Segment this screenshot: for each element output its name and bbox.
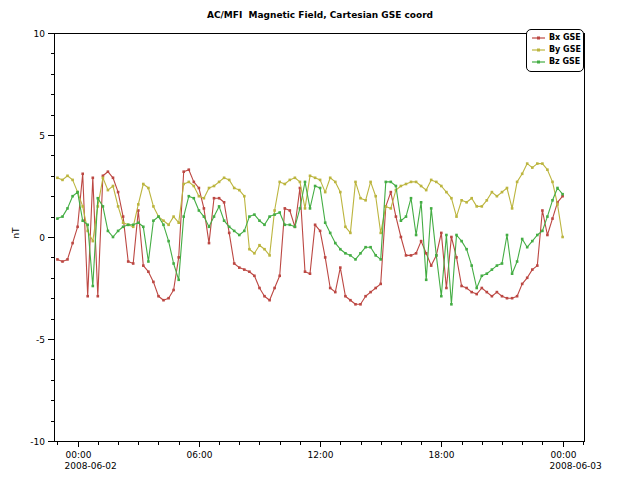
legend-label: Bz GSE bbox=[549, 56, 580, 68]
legend-swatch-line-icon bbox=[531, 34, 546, 42]
legend-item-by: By GSE bbox=[531, 44, 579, 56]
legend-label: Bx GSE bbox=[549, 32, 581, 44]
legend-swatch-line-icon bbox=[531, 58, 546, 66]
svg-text:00:00: 00:00 bbox=[66, 450, 92, 460]
svg-text:00:00: 00:00 bbox=[551, 450, 577, 460]
y-axis-label: nT bbox=[11, 227, 21, 238]
svg-text:10: 10 bbox=[34, 29, 46, 39]
svg-text:18:00: 18:00 bbox=[429, 450, 455, 460]
legend: Bx GSE By GSE Bz GSE bbox=[526, 29, 584, 72]
legend-item-bx: Bx GSE bbox=[531, 32, 579, 44]
legend-label: By GSE bbox=[549, 44, 581, 56]
legend-item-bz: Bz GSE bbox=[531, 56, 579, 68]
svg-text:2008-06-03: 2008-06-03 bbox=[550, 461, 602, 471]
svg-text:06:00: 06:00 bbox=[187, 450, 213, 460]
legend-swatch-line-icon bbox=[531, 46, 546, 54]
svg-text:-10: -10 bbox=[30, 437, 45, 447]
magnetic-field-chart: AC/MFI Magnetic Field, Cartesian GSE coo… bbox=[0, 0, 640, 480]
plot-area: -10-5051000:002008-06-0206:0012:0018:000… bbox=[0, 0, 640, 480]
svg-text:5: 5 bbox=[39, 131, 45, 141]
svg-text:0: 0 bbox=[39, 233, 45, 243]
svg-text:12:00: 12:00 bbox=[308, 450, 334, 460]
svg-text:2008-06-02: 2008-06-02 bbox=[65, 461, 117, 471]
svg-text:-5: -5 bbox=[36, 335, 45, 345]
